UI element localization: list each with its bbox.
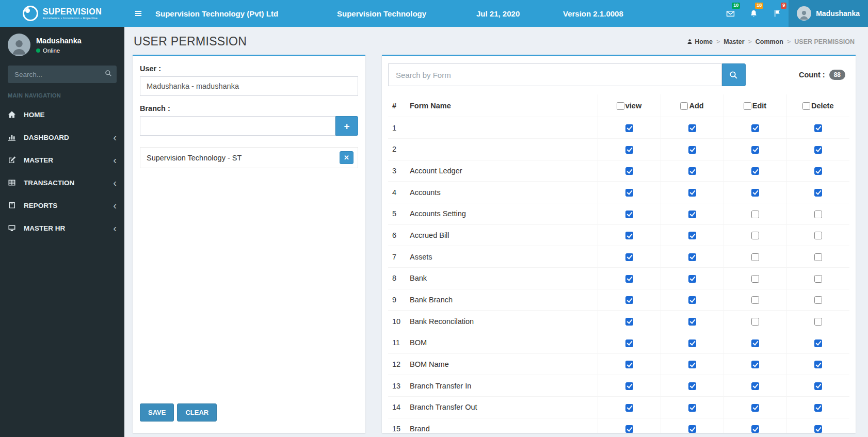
form-search-button[interactable] xyxy=(722,63,746,86)
edit-checkbox[interactable] xyxy=(751,211,759,218)
view-checkbox[interactable] xyxy=(625,425,633,433)
user-field[interactable] xyxy=(140,76,358,96)
add-checkbox[interactable] xyxy=(688,382,696,390)
form-search-input[interactable] xyxy=(388,63,722,86)
delete-checkbox[interactable] xyxy=(814,318,822,326)
sidebar-search-input[interactable] xyxy=(8,66,117,83)
breadcrumb-master[interactable]: Master xyxy=(724,38,744,45)
add-checkbox[interactable] xyxy=(688,275,696,283)
breadcrumb-common[interactable]: Common xyxy=(756,38,783,45)
sidebar-item-reports[interactable]: REPORTS‹ xyxy=(0,194,124,217)
add-checkbox[interactable] xyxy=(688,167,696,175)
edit-checkbox[interactable] xyxy=(751,404,759,412)
view-checkbox[interactable] xyxy=(625,253,633,261)
view-checkbox[interactable] xyxy=(625,339,633,347)
edit-checkbox[interactable] xyxy=(751,361,759,368)
flags-icon[interactable]: 9 xyxy=(765,0,789,27)
edit-checkbox[interactable] xyxy=(751,253,759,261)
delete-checkbox[interactable] xyxy=(814,425,822,433)
user-menu[interactable]: Madushanka xyxy=(789,0,868,27)
add-checkbox[interactable] xyxy=(688,146,696,154)
breadcrumb-home[interactable]: Home xyxy=(687,38,713,45)
add-checkbox[interactable] xyxy=(688,211,696,218)
edit-checkbox[interactable] xyxy=(751,382,759,390)
delete-header-checkbox[interactable] xyxy=(802,102,810,110)
view-checkbox[interactable] xyxy=(625,232,633,239)
view-checkbox[interactable] xyxy=(625,361,633,368)
messages-icon[interactable]: 10 xyxy=(719,0,742,27)
add-checkbox[interactable] xyxy=(688,339,696,347)
delete-checkbox[interactable] xyxy=(814,146,822,154)
save-button[interactable]: SAVE xyxy=(140,403,174,422)
view-checkbox[interactable] xyxy=(625,189,633,197)
edit-checkbox[interactable] xyxy=(751,167,759,175)
add-checkbox[interactable] xyxy=(688,361,696,368)
row-number: 5 xyxy=(388,203,406,224)
delete-checkbox[interactable] xyxy=(814,382,822,390)
sidebar-toggle-icon[interactable] xyxy=(130,0,147,27)
transaction-icon xyxy=(8,179,18,187)
edit-header-checkbox[interactable] xyxy=(744,102,751,110)
search-icon[interactable] xyxy=(105,70,112,78)
add-header-checkbox[interactable] xyxy=(680,102,688,110)
add-branch-button[interactable]: + xyxy=(335,116,358,136)
view-checkbox[interactable] xyxy=(625,275,633,283)
delete-checkbox[interactable] xyxy=(814,296,822,304)
logo-title: SUPERVISION xyxy=(43,7,102,17)
row-number: 13 xyxy=(388,375,406,397)
delete-checkbox[interactable] xyxy=(814,211,822,218)
edit-checkbox[interactable] xyxy=(751,232,759,239)
edit-checkbox[interactable] xyxy=(751,425,759,433)
delete-checkbox[interactable] xyxy=(814,404,822,412)
delete-checkbox[interactable] xyxy=(814,339,822,347)
add-checkbox[interactable] xyxy=(688,253,696,261)
edit-checkbox[interactable] xyxy=(751,275,759,283)
add-checkbox[interactable] xyxy=(688,425,696,433)
edit-checkbox[interactable] xyxy=(751,189,759,197)
sidebar-item-master-hr[interactable]: MASTER HR‹ xyxy=(0,217,124,239)
delete-checkbox[interactable] xyxy=(814,124,822,132)
edit-checkbox[interactable] xyxy=(751,124,759,132)
notifications-bell-icon[interactable]: 18 xyxy=(742,0,765,27)
branch-field[interactable] xyxy=(140,116,335,136)
sidebar-item-home[interactable]: HOME xyxy=(0,103,124,126)
edit-checkbox[interactable] xyxy=(751,296,759,304)
page-title: USER PERMISSION xyxy=(134,35,247,48)
view-checkbox[interactable] xyxy=(625,211,633,218)
chevron-left-icon: ‹ xyxy=(113,156,117,164)
add-checkbox[interactable] xyxy=(688,404,696,412)
edit-checkbox[interactable] xyxy=(751,318,759,326)
view-checkbox[interactable] xyxy=(625,167,633,175)
view-checkbox[interactable] xyxy=(625,296,633,304)
view-header-checkbox[interactable] xyxy=(617,102,624,110)
remove-branch-button[interactable]: ✕ xyxy=(340,151,353,164)
sidebar-item-transaction[interactable]: TRANSACTION‹ xyxy=(0,171,124,194)
add-checkbox[interactable] xyxy=(688,124,696,132)
add-checkbox[interactable] xyxy=(688,296,696,304)
view-checkbox[interactable] xyxy=(625,318,633,326)
view-checkbox[interactable] xyxy=(625,404,633,412)
add-checkbox[interactable] xyxy=(688,232,696,239)
edit-checkbox[interactable] xyxy=(751,339,759,347)
view-checkbox[interactable] xyxy=(625,124,633,132)
sidebar-item-master[interactable]: MASTER‹ xyxy=(0,149,124,171)
topbar: SUPERVISION Excellence • Innovation • Ex… xyxy=(0,0,868,27)
sidebar-item-dashboard[interactable]: DASHBOARD‹ xyxy=(0,126,124,149)
view-checkbox[interactable] xyxy=(625,146,633,154)
view-checkbox[interactable] xyxy=(625,382,633,390)
delete-checkbox[interactable] xyxy=(814,361,822,368)
delete-checkbox[interactable] xyxy=(814,189,822,197)
messages-badge: 10 xyxy=(732,3,740,9)
edit-checkbox[interactable] xyxy=(751,146,759,154)
user-label: User : xyxy=(140,64,358,73)
app-logo[interactable]: SUPERVISION Excellence • Innovation • Ex… xyxy=(0,0,124,27)
delete-checkbox[interactable] xyxy=(814,232,822,239)
form-name-cell: Accrued Bill xyxy=(406,224,598,246)
add-checkbox[interactable] xyxy=(688,189,696,197)
delete-checkbox[interactable] xyxy=(814,253,822,261)
count-badge: 88 xyxy=(829,70,845,80)
delete-checkbox[interactable] xyxy=(814,167,822,175)
add-checkbox[interactable] xyxy=(688,318,696,326)
clear-button[interactable]: CLEAR xyxy=(177,403,217,422)
delete-checkbox[interactable] xyxy=(814,275,822,283)
